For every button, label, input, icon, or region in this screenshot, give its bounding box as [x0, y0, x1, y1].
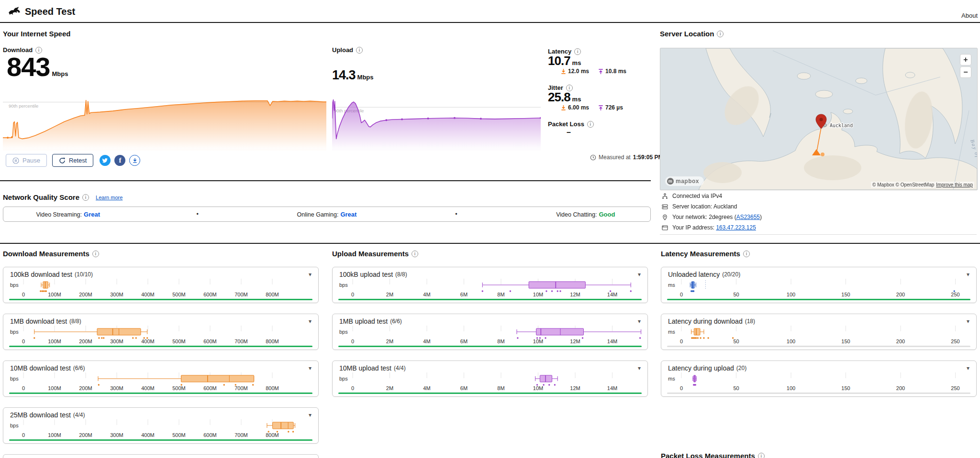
measurement-card: Latency during download(18) 050100150200… — [661, 314, 977, 350]
measurement-card: Unloaded latency(20/20) 050100150200250m… — [661, 267, 977, 303]
card-count: (6/6) — [390, 318, 402, 325]
svg-text:0: 0 — [680, 338, 683, 344]
card-header[interactable]: 100kB upload test(8/8) — [333, 267, 647, 278]
svg-text:90th percentile: 90th percentile — [9, 103, 38, 109]
svg-text:0: 0 — [22, 385, 25, 391]
svg-text:300M: 300M — [110, 292, 123, 297]
card-header[interactable]: 1MB upload test(6/6) — [333, 314, 647, 325]
share-twitter-button[interactable] — [100, 155, 111, 166]
svg-text:700M: 700M — [234, 385, 248, 391]
svg-text:100: 100 — [787, 338, 795, 344]
improve-map-link[interactable]: Improve this map — [936, 182, 973, 187]
svg-text:2M: 2M — [386, 292, 393, 297]
measurement-card: 10MB download test(6/6) 0100M200M300M400… — [3, 360, 319, 397]
svg-text:12M: 12M — [570, 338, 580, 344]
card-title: 25MB download test — [10, 411, 71, 419]
map-island — [797, 73, 811, 79]
section-title-upload-measurements: Upload Measurements — [332, 250, 418, 258]
card-count: (4/4) — [394, 365, 406, 371]
chevron-down-icon[interactable] — [638, 318, 641, 325]
card-boxplot-chart: 050100150200250ms — [667, 326, 971, 345]
info-icon[interactable] — [758, 453, 765, 458]
section-title-download-measurements: Download Measurements — [3, 250, 99, 258]
section-divider — [0, 243, 980, 244]
quality-online-gaming: Online Gaming:Great — [262, 211, 391, 218]
card-progress-bar — [338, 299, 642, 300]
about-link[interactable]: About — [961, 12, 978, 19]
jitter-download-value: 6.00 ms — [561, 104, 589, 111]
svg-text:bps: bps — [10, 329, 19, 335]
server-location-map[interactable]: Auckland Bay of + − mapbox © Mapbo — [660, 48, 978, 190]
card-header[interactable]: 25MB download test(4/4) — [3, 408, 318, 419]
svg-text:300M: 300M — [110, 385, 123, 391]
download-results-button[interactable] — [129, 155, 140, 166]
mapbox-logo[interactable]: mapbox — [665, 176, 704, 186]
info-icon[interactable] — [717, 31, 724, 37]
info-icon[interactable] — [587, 121, 594, 128]
svg-text:14M: 14M — [607, 292, 617, 297]
card-title: 100kB download test — [10, 271, 72, 278]
card-boxplot-chart: 050100150200250ms — [667, 279, 971, 298]
quality-value: Good — [599, 211, 615, 218]
zoom-in-button[interactable]: + — [960, 54, 971, 65]
card-header[interactable] — [3, 455, 318, 458]
chevron-down-icon[interactable] — [309, 318, 312, 325]
share-facebook-button[interactable] — [114, 155, 125, 166]
card-boxplot-chart: 02M4M6M8M10M12M14Mbps — [338, 279, 643, 298]
packet-loss-label: Packet Loss — [548, 120, 594, 128]
card-header[interactable]: Latency during upload(20) — [661, 361, 976, 372]
svg-text:4M: 4M — [423, 292, 430, 297]
svg-text:600M: 600M — [203, 338, 217, 344]
chevron-down-icon[interactable] — [967, 318, 969, 325]
svg-text:400M: 400M — [141, 385, 155, 391]
quality-bullet: • — [133, 211, 262, 218]
svg-text:8M: 8M — [497, 385, 504, 391]
card-header[interactable]: 10MB upload test(4/4) — [333, 361, 647, 372]
svg-text:0: 0 — [22, 292, 25, 297]
svg-text:500M: 500M — [172, 292, 186, 297]
clock-icon — [590, 154, 596, 161]
card-header[interactable]: 10MB download test(6/6) — [3, 361, 318, 372]
chevron-down-icon[interactable] — [638, 271, 641, 278]
retest-button[interactable]: Retest — [52, 154, 94, 167]
chevron-down-icon[interactable] — [638, 365, 641, 371]
measurement-card: 25MB download test(4/4) 0100M200M300M400… — [3, 407, 319, 444]
chevron-down-icon[interactable] — [309, 271, 312, 278]
measurement-card: 100kB upload test(8/8) 02M4M6M8M10M12M14… — [332, 267, 648, 303]
info-icon[interactable] — [356, 47, 363, 54]
info-icon[interactable] — [82, 194, 89, 201]
svg-text:2M: 2M — [386, 338, 393, 344]
chevron-down-icon[interactable] — [967, 365, 969, 371]
card-boxplot-chart: 02M4M6M8M10M12M14Mbps — [338, 372, 643, 392]
svg-text:150: 150 — [841, 385, 850, 391]
svg-text:12M: 12M — [570, 292, 580, 297]
section-title-packet-loss-measurements: Packet Loss Measurements — [661, 452, 765, 458]
upload-value: 14.3Mbps — [332, 69, 374, 82]
svg-text:100: 100 — [787, 292, 795, 297]
card-boxplot-chart: 0100M200M300M400M500M600M700M800Mbps — [9, 372, 313, 392]
svg-text:0: 0 — [22, 338, 25, 344]
chevron-down-icon[interactable] — [309, 365, 312, 371]
learn-more-link[interactable]: Learn more — [96, 195, 122, 200]
info-icon[interactable] — [412, 251, 418, 257]
info-icon[interactable] — [743, 251, 750, 257]
svg-text:300M: 300M — [110, 338, 123, 344]
svg-text:bps: bps — [339, 376, 348, 382]
card-header[interactable]: Unloaded latency(20/20) — [661, 267, 976, 278]
card-header[interactable]: 100kB download test(10/10) — [3, 267, 318, 278]
chevron-down-icon[interactable] — [309, 412, 312, 418]
as-number-link[interactable]: AS23655 — [736, 214, 760, 220]
info-icon[interactable] — [574, 48, 581, 55]
card-header[interactable]: 1MB download test(8/8) — [3, 314, 318, 325]
card-header[interactable]: Latency during download(18) — [661, 314, 976, 325]
ip-address-link[interactable]: 163.47.223.125 — [716, 224, 756, 231]
latency-upload-value: 10.8 ms — [598, 68, 626, 75]
svg-text:bps: bps — [10, 282, 19, 288]
zoom-out-button[interactable]: − — [960, 66, 971, 78]
pause-button[interactable]: Pause — [6, 154, 47, 167]
quality-value: Great — [340, 211, 356, 218]
chevron-down-icon[interactable] — [967, 271, 969, 278]
app-title: Speed Test — [25, 6, 75, 17]
card-progress-bar — [9, 439, 312, 441]
info-icon[interactable] — [92, 251, 99, 257]
